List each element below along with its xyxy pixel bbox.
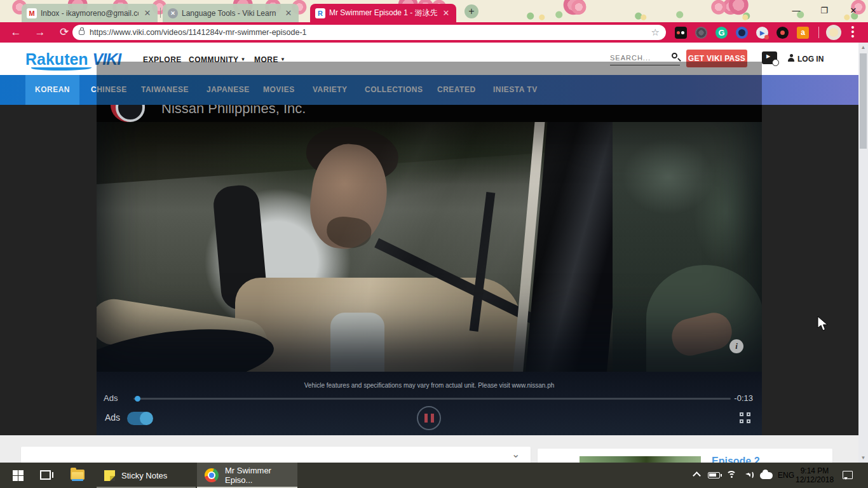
player-controls: Vehicle features and specifications may … bbox=[97, 372, 762, 435]
sticky-notes-icon bbox=[104, 470, 115, 481]
close-tab-icon[interactable]: ✕ bbox=[441, 8, 451, 18]
login-button[interactable]: LOG IN bbox=[788, 54, 824, 64]
disc-favicon-icon: ✕ bbox=[168, 8, 178, 18]
ad-header-bar: Nissan Philippines, Inc. bbox=[97, 105, 762, 122]
mouse-cursor bbox=[817, 316, 831, 335]
profile-avatar[interactable] bbox=[826, 25, 841, 40]
ads-toggle-switch[interactable] bbox=[127, 412, 153, 425]
task-view-icon bbox=[40, 470, 51, 480]
file-explorer-button[interactable] bbox=[64, 463, 92, 488]
new-tab-button[interactable]: + bbox=[465, 4, 478, 18]
close-tab-icon[interactable]: ✕ bbox=[283, 8, 294, 18]
watch-history-icon[interactable] bbox=[762, 51, 777, 64]
taskbar-clock[interactable]: 9:14 PM 12/12/2018 bbox=[796, 466, 834, 484]
scrollbar-down-icon[interactable]: ▼ bbox=[858, 453, 868, 463]
battery-icon[interactable] bbox=[708, 472, 720, 478]
reload-button[interactable]: ⟳ bbox=[56, 25, 72, 40]
tab-separator bbox=[160, 8, 161, 18]
chrome-window-button[interactable]: Mr Swimmer Episo... bbox=[197, 463, 297, 488]
onedrive-icon[interactable] bbox=[760, 472, 773, 479]
viki-favicon-icon: R bbox=[315, 8, 325, 18]
hidden-icons-chevron[interactable] bbox=[693, 471, 701, 480]
browser-menu-icon[interactable]: ••• bbox=[850, 25, 855, 39]
tab-title: Language Tools - Viki Learn bbox=[182, 9, 280, 18]
progress-handle[interactable] bbox=[135, 396, 140, 402]
dim-overlay-left bbox=[0, 105, 97, 435]
extension-panda-icon[interactable] bbox=[675, 27, 687, 39]
scrollbar-up-icon[interactable]: ▲ bbox=[858, 43, 868, 52]
dim-overlay-header bbox=[97, 62, 762, 75]
windows-taskbar: Sticky Notes Mr Swimmer Episo... ENG 9:1… bbox=[0, 463, 868, 488]
minimize-window-button[interactable]: — bbox=[787, 3, 806, 19]
collapse-chevron-icon[interactable]: ⌄ bbox=[512, 448, 520, 460]
tab-gmail[interactable]: M Inbox - ikaymoreno@gmail.com ✕ bbox=[22, 4, 158, 22]
restore-window-button[interactable]: ❐ bbox=[815, 3, 834, 19]
toolbar-divider bbox=[818, 27, 819, 38]
forward-button[interactable]: → bbox=[32, 25, 48, 40]
language-indicator[interactable]: ENG bbox=[778, 471, 794, 480]
sticky-notes-button[interactable]: Sticky Notes bbox=[97, 463, 196, 488]
clock-date: 12/12/2018 bbox=[796, 475, 834, 484]
browser-toolbar: ← → ⟳ https://www.viki.com/videos/114128… bbox=[0, 22, 868, 43]
search-input[interactable] bbox=[610, 54, 660, 62]
gmail-icon: M bbox=[27, 8, 37, 18]
scrollbar-thumb[interactable] bbox=[860, 53, 867, 149]
pause-button[interactable] bbox=[417, 406, 441, 430]
nav-item-korean-active[interactable]: KOREAN bbox=[25, 75, 79, 105]
chrome-icon bbox=[205, 468, 219, 482]
browser-tab-strip: M Inbox - ikaymoreno@gmail.com ✕ ✕ Langu… bbox=[0, 0, 868, 22]
extension-grammarly-icon[interactable]: G bbox=[715, 27, 728, 39]
action-center-icon[interactable] bbox=[843, 471, 853, 479]
tab-viki-learn[interactable]: ✕ Language Tools - Viki Learn ✕ bbox=[163, 4, 299, 22]
tab-mr-swimmer-active[interactable]: R Mr Swimmer Episode 1 - 游泳先生 ✕ bbox=[310, 4, 456, 22]
ad-video-frame[interactable]: i bbox=[97, 122, 762, 372]
fullscreen-icon[interactable] bbox=[740, 412, 750, 423]
folder-icon bbox=[71, 470, 85, 480]
back-button[interactable]: ← bbox=[8, 25, 24, 40]
time-remaining: -0:13 bbox=[734, 393, 753, 403]
tab-title: Inbox - ikaymoreno@gmail.com bbox=[41, 9, 139, 18]
ad-disclaimer: Vehicle features and specifications may … bbox=[97, 382, 762, 389]
tab-title: Mr Swimmer Episode 1 - 游泳先生 bbox=[329, 8, 437, 18]
toggle-knob[interactable] bbox=[140, 412, 153, 425]
person-icon bbox=[788, 54, 794, 62]
extension-amazon-icon[interactable]: a bbox=[797, 27, 809, 39]
bookmark-star-icon[interactable]: ☆ bbox=[651, 27, 660, 38]
extension-video-downloader-icon[interactable]: ▶ bbox=[756, 27, 768, 39]
ad-info-icon[interactable]: i bbox=[729, 339, 743, 353]
extension-vinyl-icon[interactable] bbox=[776, 27, 789, 39]
chrome-window-label: Mr Swimmer Episo... bbox=[225, 466, 297, 485]
address-bar[interactable]: https://www.viki.com/videos/1141284v-mr-… bbox=[72, 25, 666, 40]
extension-spiral-icon[interactable] bbox=[695, 27, 707, 39]
sticky-notes-label: Sticky Notes bbox=[121, 471, 167, 480]
extension-blocker-icon[interactable] bbox=[736, 27, 748, 39]
dim-overlay-right bbox=[762, 105, 858, 435]
page-scrollbar[interactable]: ▲ ▼ bbox=[858, 43, 868, 463]
screen: M Inbox - ikaymoreno@gmail.com ✕ ✕ Langu… bbox=[0, 0, 868, 488]
https-lock-icon[interactable] bbox=[79, 30, 85, 35]
volume-icon[interactable] bbox=[743, 471, 755, 480]
progress-track[interactable] bbox=[133, 398, 731, 400]
dim-overlay-nav bbox=[97, 75, 762, 105]
ads-toggle-label: Ads bbox=[105, 412, 120, 423]
advertiser-name[interactable]: Nissan Philippines, Inc. bbox=[161, 105, 306, 117]
url-text[interactable]: https://www.viki.com/videos/1141284v-mr-… bbox=[90, 28, 651, 37]
logo-rakuten: Rakuten bbox=[25, 50, 88, 68]
video-player[interactable]: Nissan Philippines, Inc. i bbox=[97, 105, 762, 435]
ads-progress-label: Ads bbox=[104, 393, 118, 403]
vignette bbox=[97, 122, 762, 372]
clock-time: 9:14 PM bbox=[796, 466, 834, 475]
logo-swoosh bbox=[30, 67, 92, 71]
search-icon[interactable] bbox=[672, 53, 677, 58]
close-tab-icon[interactable]: ✕ bbox=[142, 8, 153, 18]
task-view-button[interactable] bbox=[33, 463, 58, 488]
start-button[interactable] bbox=[5, 463, 31, 488]
wifi-icon[interactable] bbox=[726, 471, 738, 480]
nissan-logo-icon bbox=[111, 105, 145, 122]
close-window-button[interactable]: ✕ bbox=[844, 3, 863, 19]
